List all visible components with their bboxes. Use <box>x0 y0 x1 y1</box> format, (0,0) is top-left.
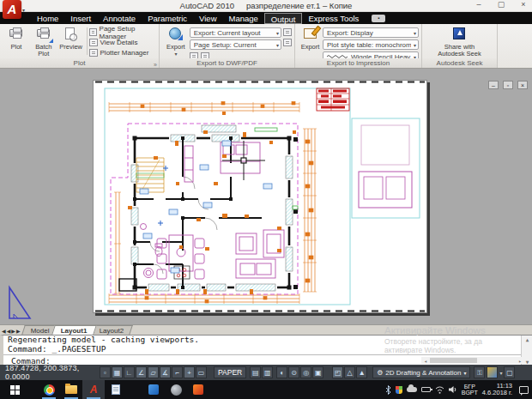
zoom-icon[interactable]: ⊙ <box>288 366 299 378</box>
battery-icon[interactable] <box>421 387 431 392</box>
nav-last-icon[interactable]: ▶ <box>16 328 21 334</box>
maximize-viewport-icon[interactable]: ◰ <box>332 366 343 378</box>
plot-button[interactable]: Plot <box>3 26 30 58</box>
drawing-canvas[interactable]: – ▫ × <box>0 69 532 324</box>
bluetooth-icon[interactable] <box>385 385 391 395</box>
taskbar-chrome-icon[interactable] <box>38 380 60 399</box>
page-setup-combo[interactable]: Page Setup: Current▾ <box>190 39 281 50</box>
export-dwf-button[interactable]: Export ▾ <box>162 26 190 58</box>
steering-wheel-icon[interactable]: ◎ <box>300 366 311 378</box>
plotter-manager-button[interactable]: Plotter Manager <box>89 48 156 57</box>
chevron-down-icon: ▾ <box>276 30 279 36</box>
layout-paper[interactable] <box>93 80 427 313</box>
ducs-toggle[interactable]: ⌐ <box>172 366 183 378</box>
tab-output[interactable]: Output <box>264 13 303 24</box>
preview-button[interactable]: Preview <box>57 26 85 58</box>
plot-style-table-combo[interactable]: Plot style table: monochrome.ctb▾ <box>323 39 419 50</box>
select-objects-icon[interactable] <box>283 28 292 36</box>
lwt-toggle[interactable]: ▭ <box>196 366 207 378</box>
impression-export-combo[interactable]: Export: Display▾ <box>323 27 419 38</box>
taskbar-explorer-icon[interactable] <box>60 380 82 399</box>
tab-annotate[interactable]: Annotate <box>97 13 142 24</box>
chevron-down-icon: ▾ <box>463 370 466 376</box>
command-hscrollbar[interactable]: ◂ ▸ <box>421 357 524 364</box>
tab-manage[interactable]: Manage <box>223 13 264 24</box>
export-impression-button[interactable]: Export <box>298 26 323 58</box>
lock-icon[interactable]: ⚿ <box>474 366 485 378</box>
export-globe-icon <box>167 27 184 42</box>
nav-next-icon[interactable]: ▶ <box>11 328 15 334</box>
cloud-icon[interactable] <box>407 387 417 392</box>
tab-insert[interactable]: Insert <box>64 13 97 24</box>
autoscale-icon[interactable]: ▲ <box>356 366 367 378</box>
quick-view-drawings-icon[interactable]: ▥ <box>262 366 273 378</box>
autocad-logo-icon: A <box>3 0 21 19</box>
panel-launcher-icon[interactable]: » <box>154 62 157 68</box>
title-stamp <box>317 88 349 111</box>
scroll-up-icon[interactable]: ▲ <box>522 336 532 343</box>
taskbar-notepad-icon[interactable] <box>105 380 127 399</box>
clock[interactable]: 11:134.6.2018 г. <box>482 383 512 397</box>
batch-printer-icon <box>35 27 52 42</box>
close-icon[interactable]: × <box>518 0 529 9</box>
taskbar-autocad-icon[interactable]: A <box>82 380 105 399</box>
window-title: AutoCAD 2010разпределение ет.1 – Копие <box>0 1 532 10</box>
start-button[interactable] <box>3 380 26 399</box>
snap-toggle[interactable]: ▫ <box>100 366 111 378</box>
panel-impression-label: Export to Impression <box>295 58 421 68</box>
chevron-down-icon[interactable]: ▾ <box>499 370 502 376</box>
action-center-icon[interactable] <box>519 386 529 394</box>
pan-icon[interactable]: ◐ <box>276 366 287 378</box>
osnap-toggle[interactable]: ▱ <box>148 366 159 378</box>
app-status-icon[interactable] <box>487 366 498 378</box>
app-menu-button[interactable]: A ▾ <box>3 0 28 23</box>
doc-restore-icon[interactable]: ▫ <box>503 81 513 89</box>
minimize-icon[interactable]: – <box>474 0 484 9</box>
new-sheet-icon[interactable] <box>283 39 292 46</box>
annotation-visibility-icon[interactable]: △ <box>344 366 355 378</box>
view-details-button[interactable]: View Details <box>89 38 156 47</box>
tab-layout1[interactable]: Layout1 <box>52 325 97 335</box>
tab-view[interactable]: View <box>193 13 222 24</box>
taskbar-steam-icon[interactable] <box>165 380 187 399</box>
tab-express-tools[interactable]: Express Tools <box>302 13 365 24</box>
nav-prev-icon[interactable]: ◀ <box>7 328 11 334</box>
quick-view-layouts-icon[interactable]: ▤ <box>250 366 261 378</box>
paper-model-toggle[interactable]: PAPER <box>214 366 246 378</box>
ortho-toggle[interactable]: ∟ <box>124 366 135 378</box>
tab-parametric[interactable]: Parametric <box>142 13 193 24</box>
taskbar-game-icon[interactable] <box>187 380 209 399</box>
share-autodesk-seek-button[interactable]: Share with Autodesk Seek <box>433 26 487 58</box>
doc-close-icon[interactable]: × <box>517 81 528 89</box>
nav-first-icon[interactable]: ◀ <box>2 328 6 334</box>
batch-plot-button[interactable]: Batch Plot <box>30 26 57 58</box>
grid-toggle[interactable]: ▦ <box>112 366 123 378</box>
maximize-icon[interactable]: ▢ <box>496 0 506 9</box>
panel-plot-label: Plot <box>0 58 159 68</box>
security-shield-icon[interactable] <box>396 386 402 394</box>
tab-navigation[interactable]: ◀ ◀ ▶ ▶ <box>0 328 23 335</box>
otrack-toggle[interactable]: ∡ <box>160 366 171 378</box>
dyn-toggle[interactable]: + <box>184 366 195 378</box>
workspace-switcher[interactable]: ⚙ 2D Drafting & Annotation ▾ <box>372 366 470 378</box>
ribbon-minimize-button[interactable]: ▪ <box>372 15 385 22</box>
doc-minimize-icon[interactable]: – <box>488 81 499 89</box>
windows <box>131 125 293 291</box>
speaker-icon[interactable] <box>449 385 457 394</box>
ribbon-tab-row: Home Insert Annotate Parametric View Man… <box>0 12 532 24</box>
tab-layout2[interactable]: Layout2 <box>90 325 133 335</box>
showmotion-icon[interactable]: ▣ <box>312 366 323 378</box>
polar-toggle[interactable]: ∠ <box>136 366 147 378</box>
tab-home[interactable]: Home <box>31 13 64 24</box>
scroll-left-icon[interactable]: ◂ <box>421 358 430 364</box>
command-window[interactable]: Regenerating model - caching viewports. … <box>0 335 532 365</box>
taskbar-mail-icon[interactable] <box>142 380 165 399</box>
document-name: разпределение ет.1 – Копие <box>246 1 352 10</box>
scrollbar-thumb[interactable] <box>430 358 477 363</box>
clean-screen-icon[interactable]: ▢ <box>504 366 515 378</box>
wifi-icon[interactable] <box>435 386 444 394</box>
page-setup-manager-button[interactable]: Page Setup Manager <box>89 27 156 37</box>
scroll-right-icon[interactable]: ▸ <box>516 358 524 364</box>
export-scope-combo[interactable]: Export: Current layout▾ <box>190 27 281 38</box>
language-indicator[interactable]: БГРBGPT <box>462 384 478 396</box>
